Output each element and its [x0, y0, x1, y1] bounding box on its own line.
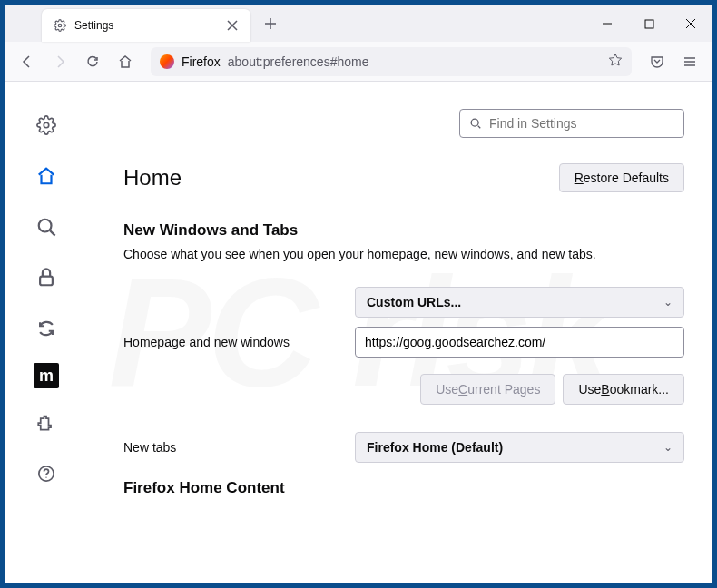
svg-point-6: [39, 466, 54, 481]
pocket-button[interactable]: [643, 47, 672, 76]
content: PC risk m Home Restore Defaults New Wind…: [5, 82, 712, 583]
svg-point-3: [44, 122, 49, 128]
section-desc: Choose what you see when you open your h…: [123, 247, 684, 261]
section-title: New Windows and Tabs: [123, 221, 684, 240]
page-title: Home: [123, 165, 182, 191]
menu-button[interactable]: [675, 47, 704, 76]
svg-point-4: [39, 220, 52, 232]
homepage-mode-dropdown[interactable]: Custom URLs... ⌄: [355, 287, 684, 318]
maximize-button[interactable]: [628, 5, 670, 42]
sidebar-item-home[interactable]: [30, 160, 63, 192]
sidebar-item-sync[interactable]: [30, 312, 63, 345]
sidebar-item-m[interactable]: m: [34, 363, 59, 388]
svg-point-0: [58, 24, 62, 27]
back-button[interactable]: [13, 47, 42, 76]
sidebar: m: [5, 82, 87, 583]
svg-marker-2: [609, 54, 621, 65]
search-icon: [469, 117, 482, 130]
restore-defaults-button[interactable]: Restore Defaults: [559, 163, 684, 192]
find-input[interactable]: [489, 116, 674, 131]
reload-button[interactable]: [78, 47, 107, 76]
window-controls: [586, 5, 712, 42]
use-current-pages-button[interactable]: Use Current Pages: [420, 374, 555, 405]
tab-title: Settings: [74, 19, 218, 32]
firefox-home-content-title: Firefox Home Content: [123, 479, 684, 497]
toolbar: Firefox about:preferences#home: [5, 42, 712, 82]
main-panel: Home Restore Defaults New Windows and Ta…: [87, 82, 712, 583]
close-button[interactable]: [670, 5, 712, 42]
svg-rect-1: [645, 20, 653, 28]
forward-button[interactable]: [45, 47, 74, 76]
bookmark-star-icon[interactable]: [608, 53, 623, 71]
find-in-settings[interactable]: [459, 109, 684, 138]
sidebar-item-privacy[interactable]: [30, 261, 63, 294]
homepage-url-input[interactable]: [355, 327, 684, 358]
titlebar: Settings: [5, 5, 712, 42]
dropdown-text: Firefox Home (Default): [367, 440, 503, 455]
newtabs-dropdown[interactable]: Firefox Home (Default) ⌄: [355, 432, 684, 463]
close-icon[interactable]: [225, 18, 240, 33]
sidebar-item-help[interactable]: [30, 457, 63, 490]
url-text: about:preferences#home: [228, 54, 369, 69]
use-bookmark-button[interactable]: Use Bookmark...: [563, 374, 684, 405]
url-bar[interactable]: Firefox about:preferences#home: [151, 47, 632, 76]
url-label: Firefox: [182, 54, 221, 69]
gear-icon: [53, 18, 67, 33]
svg-point-7: [471, 119, 478, 126]
sidebar-item-search[interactable]: [30, 211, 63, 243]
sidebar-item-extensions[interactable]: [30, 407, 63, 439]
dropdown-text: Custom URLs...: [367, 295, 461, 309]
chevron-down-icon: ⌄: [663, 441, 673, 454]
svg-rect-5: [40, 277, 53, 286]
chevron-down-icon: ⌄: [663, 296, 673, 309]
browser-tab[interactable]: Settings: [42, 9, 250, 42]
newtabs-label: New tabs: [123, 440, 355, 455]
sidebar-item-general[interactable]: [30, 109, 63, 142]
firefox-icon: [160, 54, 174, 69]
new-tab-button[interactable]: [258, 11, 283, 36]
homepage-label: Homepage and new windows: [123, 335, 355, 349]
home-button[interactable]: [111, 47, 140, 76]
minimize-button[interactable]: [586, 5, 628, 42]
